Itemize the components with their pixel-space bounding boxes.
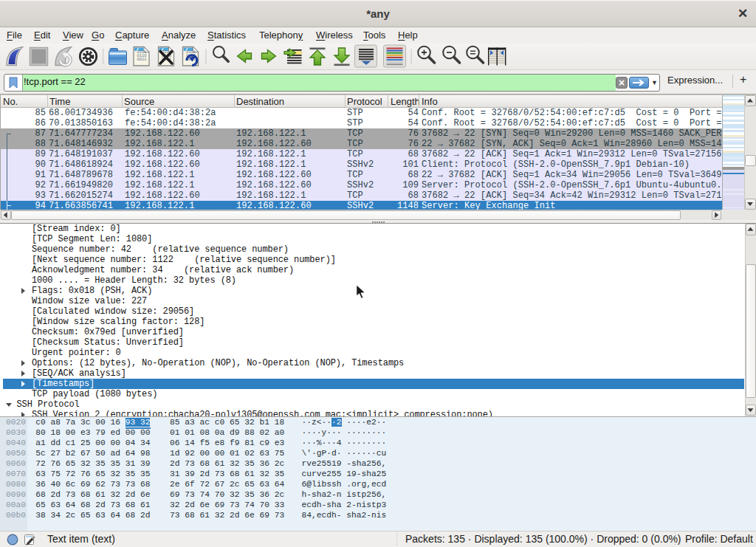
svg-text:0011: 0011 (137, 58, 147, 62)
